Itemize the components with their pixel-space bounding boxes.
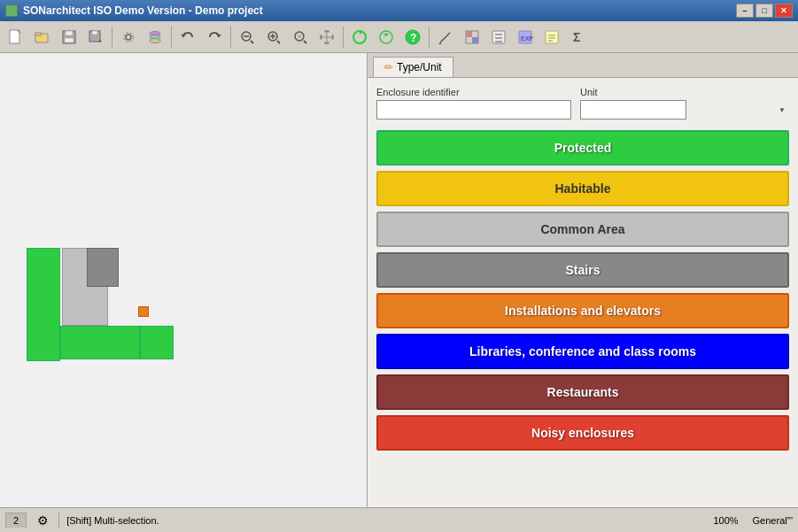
redo-button[interactable]: [202, 25, 227, 50]
new-button[interactable]: [4, 25, 28, 50]
panel-content: Enclosure identifier Unit Protected Habi…: [368, 78, 798, 507]
status-message: [Shift] Multi-selection.: [66, 515, 706, 526]
svg-line-18: [251, 41, 253, 43]
status-tab[interactable]: 2: [5, 513, 27, 528]
svg-rect-42: [546, 31, 558, 43]
open-button[interactable]: [30, 25, 55, 50]
floor-plan: [27, 248, 173, 363]
material-button[interactable]: [460, 25, 484, 50]
close-button[interactable]: ✕: [775, 4, 793, 18]
svg-rect-0: [10, 30, 19, 43]
status-sep: [58, 513, 59, 528]
sep2: [171, 27, 172, 48]
fp-green-right: [140, 326, 174, 359]
svg-marker-32: [438, 42, 442, 44]
svg-rect-5: [65, 38, 74, 42]
svg-point-25: [298, 35, 301, 38]
title-bar: SONarchitect ISO Demo Version - Demo pro…: [0, 0, 798, 21]
window-title: SONarchitect ISO Demo Version - Demo pro…: [23, 4, 263, 17]
fp-dark-gray: [87, 248, 119, 287]
tab-bar: ✏ Type/Unit: [368, 53, 798, 78]
zoom-fit-button[interactable]: [288, 25, 313, 50]
enclosure-group: Enclosure identifier: [376, 87, 571, 120]
sep4: [343, 27, 344, 48]
report-button[interactable]: [539, 25, 564, 50]
svg-point-10: [124, 32, 134, 42]
svg-text:?: ?: [410, 32, 416, 44]
minimize-button[interactable]: –: [736, 4, 754, 18]
refresh-button[interactable]: [347, 25, 372, 50]
noisy-button[interactable]: Noisy enclosures: [376, 415, 789, 451]
status-gear-icon[interactable]: ⚙: [34, 512, 51, 529]
svg-rect-4: [66, 31, 73, 35]
sum-button[interactable]: Σ: [566, 25, 591, 50]
help-button[interactable]: ?: [400, 25, 425, 50]
svg-text:Σ: Σ: [573, 30, 580, 44]
app-icon: [5, 4, 18, 17]
save-as-button[interactable]: +: [83, 25, 108, 50]
canvas-area[interactable]: [0, 53, 368, 507]
libraries-button[interactable]: Libraries, conference and class rooms: [376, 334, 789, 369]
svg-line-30: [440, 33, 450, 42]
installations-button[interactable]: Installations and elevators: [376, 293, 789, 328]
svg-line-24: [304, 41, 306, 43]
enclosure-label: Enclosure identifier: [376, 87, 571, 97]
svg-line-31: [450, 31, 452, 33]
svg-line-22: [277, 41, 280, 43]
svg-text:EXP: EXP: [521, 35, 533, 42]
svg-marker-15: [216, 35, 221, 37]
tab-label: Type/Unit: [397, 61, 442, 73]
settings-button[interactable]: [116, 25, 141, 50]
svg-text:+: +: [98, 38, 102, 44]
toolbar: + ?: [0, 21, 798, 53]
sep5: [429, 27, 430, 48]
tab-icon: ✏: [384, 61, 393, 73]
zoom-out-button[interactable]: [235, 25, 260, 50]
protected-button[interactable]: Protected: [376, 130, 789, 166]
analyze-button[interactable]: [374, 25, 399, 50]
sep3: [230, 27, 231, 48]
svg-marker-14: [181, 35, 186, 37]
fp-orange-marker: [138, 306, 149, 317]
layers-button[interactable]: [143, 25, 167, 50]
unit-label: Unit: [580, 87, 789, 97]
svg-rect-34: [466, 31, 472, 37]
status-zoom: 100%: [713, 515, 738, 526]
draw-button[interactable]: [433, 25, 458, 50]
svg-rect-2: [35, 33, 41, 35]
enclosure-input[interactable]: [376, 100, 571, 120]
common-area-button[interactable]: Common Area: [376, 212, 789, 247]
status-mode: General''': [753, 515, 793, 526]
save-button[interactable]: [57, 25, 81, 50]
pan-button[interactable]: [314, 25, 339, 50]
svg-point-9: [126, 35, 131, 40]
svg-rect-35: [472, 37, 478, 43]
tab-type-unit[interactable]: ✏ Type/Unit: [373, 57, 453, 77]
main-area: ✏ Type/Unit Enclosure identifier Unit: [0, 53, 798, 507]
zoom-in-button[interactable]: [261, 25, 286, 50]
stairs-button[interactable]: Stairs: [376, 252, 789, 288]
habitable-button[interactable]: Habitable: [376, 171, 789, 206]
sep1: [112, 27, 112, 48]
form-row: Enclosure identifier Unit: [376, 87, 789, 120]
unit-group: Unit: [580, 87, 789, 120]
calc-button[interactable]: [486, 25, 511, 50]
svg-rect-7: [92, 31, 97, 35]
fp-green-left: [27, 248, 60, 361]
export-button[interactable]: EXP: [513, 25, 538, 50]
maximize-button[interactable]: □: [755, 4, 773, 18]
svg-point-13: [150, 38, 160, 42]
unit-select[interactable]: [580, 100, 686, 120]
status-bar: 2 ⚙ [Shift] Multi-selection. 100% Genera…: [0, 507, 798, 532]
restaurants-button[interactable]: Restaurants: [376, 374, 789, 410]
fp-green-bottom: [60, 326, 140, 359]
title-controls: – □ ✕: [736, 4, 793, 18]
undo-button[interactable]: [175, 25, 200, 50]
svg-point-27: [380, 31, 392, 43]
unit-select-wrapper: [580, 100, 789, 120]
panel-area: ✏ Type/Unit Enclosure identifier Unit: [368, 53, 798, 507]
